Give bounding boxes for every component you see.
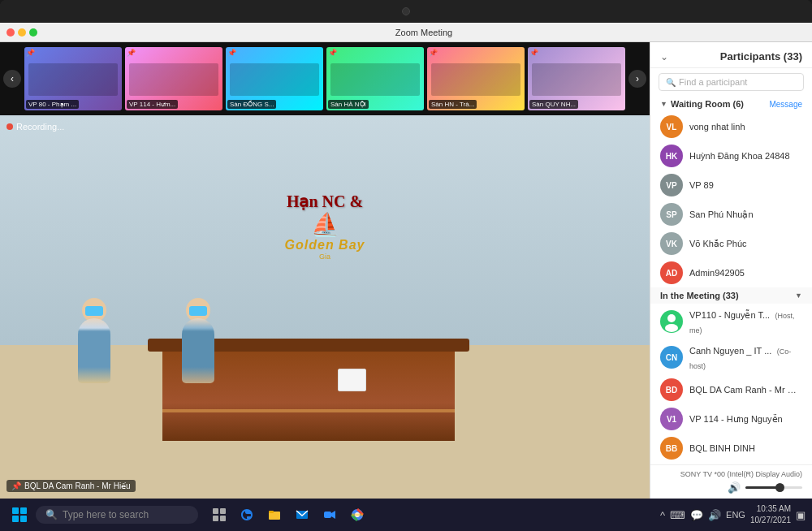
start-button[interactable] bbox=[6, 502, 32, 528]
taskbar-file-explorer[interactable] bbox=[263, 503, 286, 526]
search-placeholder: Find a participant bbox=[679, 77, 747, 87]
main-pin-icon: 📌 bbox=[11, 481, 21, 490]
meeting-member-5[interactable]: BB BQL BINH DINH bbox=[650, 434, 812, 463]
meeting-member-2[interactable]: CN Canh Nguyen _ IT ... (Co-host) bbox=[650, 339, 812, 375]
person-1-mask bbox=[85, 306, 103, 316]
taskbar-edge[interactable] bbox=[235, 503, 258, 526]
panel-collapse-icon[interactable]: ⌄ bbox=[660, 51, 668, 63]
meeting-member-3[interactable]: BD BQL DA Cam Ranh - Mr Hiếu bbox=[650, 375, 812, 404]
participant-search-box[interactable]: 🔍 Find a participant bbox=[659, 73, 804, 91]
close-button[interactable] bbox=[6, 28, 15, 37]
sys-tray-lang[interactable]: ENG bbox=[726, 510, 745, 520]
pin-icon-6: 📌 bbox=[529, 49, 538, 57]
clock-time: 10:35 AM bbox=[750, 503, 791, 515]
waiting-member-4[interactable]: SP San Phú Nhuận bbox=[650, 200, 812, 229]
in-meeting-chevron-icon: ▼ bbox=[795, 291, 802, 300]
waiting-name-1: vong nhat linh bbox=[689, 122, 745, 132]
volume-control[interactable]: 🔊 bbox=[660, 481, 802, 494]
participants-title: Participants (33) bbox=[720, 50, 802, 63]
sys-tray-chat[interactable]: 💬 bbox=[690, 509, 703, 521]
pin-icon-1: 📌 bbox=[26, 49, 35, 57]
waiting-member-5[interactable]: VK Võ Khắc Phúc bbox=[650, 229, 812, 258]
svg-marker-10 bbox=[331, 511, 335, 519]
window-controls bbox=[6, 28, 37, 37]
waiting-room-header[interactable]: ▼ Waiting Room (6) Message bbox=[650, 96, 812, 112]
recording-label: Recording... bbox=[16, 122, 64, 132]
waiting-member-2[interactable]: HK Huỳnh Đăng Khoa 24848 bbox=[650, 141, 812, 171]
screen: Zoom Meeting ‹ 📌 VP 80 - Phạm ... 📌 bbox=[0, 23, 812, 531]
svg-rect-5 bbox=[220, 516, 226, 521]
waiting-name-5: Võ Khắc Phúc bbox=[689, 239, 747, 249]
box-on-desk bbox=[338, 369, 366, 391]
clock-date: 10/27/2021 bbox=[750, 515, 791, 526]
participant-list[interactable]: ▼ Waiting Room (6) Message VL vong nhat … bbox=[650, 96, 812, 464]
pin-icon-5: 📌 bbox=[429, 49, 438, 57]
message-waiting-button[interactable]: Message bbox=[769, 100, 802, 109]
volume-slider[interactable] bbox=[745, 486, 802, 489]
meeting-name-2: Canh Nguyen _ IT ... bbox=[689, 346, 771, 356]
pin-icon-4: 📌 bbox=[328, 49, 337, 57]
sys-tray-chevron[interactable]: ^ bbox=[660, 509, 665, 521]
meeting-member-1[interactable]: VP110 - Nguyễn T... (Host, me) bbox=[650, 304, 812, 339]
windows-logo-icon bbox=[12, 507, 27, 522]
avatar-bb: BB bbox=[660, 437, 683, 460]
thumbnail-2[interactable]: 📌 VP 114 - Hưm... bbox=[125, 47, 222, 110]
taskbar-chrome[interactable] bbox=[346, 503, 369, 526]
avatar-ad: AD bbox=[660, 261, 683, 284]
avatar-cn: CN bbox=[660, 346, 683, 369]
volume-thumb[interactable] bbox=[775, 483, 784, 492]
taskbar-search[interactable]: 🔍 Type here to search bbox=[36, 506, 198, 524]
recording-dot bbox=[6, 123, 13, 130]
maximize-button[interactable] bbox=[29, 28, 37, 37]
logo-sail-icon: ⛵ bbox=[195, 211, 455, 238]
svg-rect-2 bbox=[213, 508, 218, 514]
avatar-vp89: VP bbox=[660, 174, 683, 196]
thumbnail-1[interactable]: 📌 VP 80 - Phạm ... bbox=[24, 47, 122, 110]
golden-bay-logo: Hạn NC & ⛵ Golden Bay Gia bbox=[195, 192, 455, 261]
avatar-vp110 bbox=[660, 310, 683, 333]
monitor: Zoom Meeting ‹ 📌 VP 80 - Phạm ... 📌 bbox=[0, 0, 812, 531]
thumbnail-5[interactable]: 📌 Sàn HN - Trà... bbox=[427, 47, 525, 110]
search-icon: 🔍 bbox=[666, 78, 676, 87]
svg-rect-3 bbox=[220, 508, 226, 514]
sys-tray-notification[interactable]: ▣ bbox=[796, 509, 806, 521]
panel-header: ⌄ Participants (33) bbox=[650, 42, 812, 68]
meeting-name-4: VP 114 - Hưng Nguyễn bbox=[689, 414, 783, 425]
next-thumbnail-button[interactable]: › bbox=[628, 70, 646, 88]
avatar-hk: HK bbox=[660, 145, 683, 167]
meeting-name-1: VP110 - Nguyễn T... bbox=[689, 310, 770, 320]
waiting-member-6[interactable]: AD Admin942905 bbox=[650, 258, 812, 287]
waiting-member-3[interactable]: VP VP 89 bbox=[650, 171, 812, 200]
waiting-name-6: Admin942905 bbox=[689, 268, 745, 278]
zoom-titlebar: Zoom Meeting bbox=[0, 23, 812, 42]
person-1 bbox=[78, 318, 110, 383]
svg-rect-9 bbox=[324, 512, 331, 518]
main-video-name: BQL DA Cam Ranh - Mr Hiếu bbox=[24, 481, 131, 490]
in-meeting-label: In the Meeting (33) bbox=[660, 291, 739, 300]
minimize-button[interactable] bbox=[18, 28, 26, 37]
meeting-member-4[interactable]: V1 VP 114 - Hưng Nguyễn bbox=[650, 404, 812, 434]
meeting-name-3: BQL DA Cam Ranh - Mr Hiếu bbox=[689, 385, 802, 395]
thumbnail-3[interactable]: 📌 Sàn ĐỒNG S... bbox=[226, 47, 323, 110]
waiting-member-1[interactable]: VL vong nhat linh bbox=[650, 112, 812, 141]
in-meeting-header[interactable]: In the Meeting (33) ▼ bbox=[650, 287, 812, 304]
waiting-room-label: ▼ Waiting Room (6) bbox=[660, 99, 744, 109]
taskbar-task-view[interactable] bbox=[208, 503, 231, 526]
taskbar-search-text: Type here to search bbox=[63, 509, 149, 520]
person-1-body bbox=[78, 318, 110, 383]
thumbnail-4[interactable]: 📌 Sàn HÀ NỘI bbox=[326, 47, 424, 110]
thumbnail-6[interactable]: 📌 Sàn QUY NH... bbox=[528, 47, 625, 110]
taskbar-mail[interactable] bbox=[291, 503, 313, 526]
sys-tray-keyboard[interactable]: ⌨ bbox=[670, 509, 685, 521]
avatar-v1: V1 bbox=[660, 408, 683, 430]
waiting-chevron-icon: ▼ bbox=[660, 100, 667, 108]
recording-badge: Recording... bbox=[6, 122, 64, 132]
desk-stripe bbox=[162, 409, 455, 412]
svg-point-1 bbox=[665, 324, 678, 332]
taskbar-zoom[interactable] bbox=[318, 503, 341, 526]
logo-subtitle: Gia bbox=[195, 253, 455, 261]
thumb-label-4: Sàn HÀ NỘI bbox=[328, 100, 369, 109]
main-video-label: 📌 BQL DA Cam Ranh - Mr Hiếu bbox=[6, 480, 136, 492]
prev-thumbnail-button[interactable]: ‹ bbox=[3, 70, 21, 88]
sys-tray-volume[interactable]: 🔊 bbox=[708, 509, 721, 521]
